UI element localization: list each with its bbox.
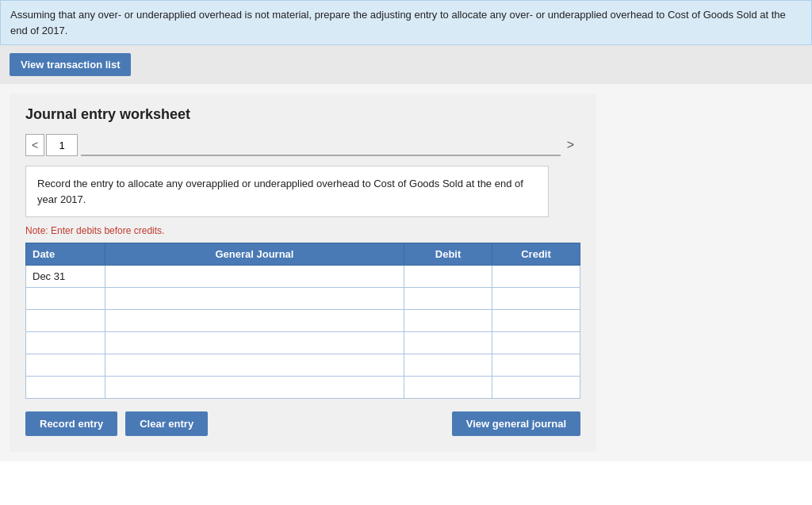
table-row: [26, 377, 580, 399]
general-journal-cell[interactable]: [105, 377, 404, 399]
general-journal-input[interactable]: [105, 354, 404, 376]
description-text: Record the entry to allocate any overapp…: [37, 178, 523, 205]
table-row: [26, 354, 580, 377]
general-journal-input[interactable]: [105, 310, 404, 331]
credit-input[interactable]: [492, 288, 580, 309]
credit-input[interactable]: [492, 354, 580, 376]
debit-input[interactable]: [404, 332, 492, 354]
general-journal-input[interactable]: [105, 266, 404, 287]
debit-input[interactable]: [404, 266, 492, 287]
date-cell: [26, 310, 105, 332]
table-row: [26, 332, 580, 354]
col-header-general-journal: General Journal: [105, 243, 404, 266]
date-cell: [26, 377, 105, 399]
credit-cell[interactable]: [492, 310, 580, 332]
credit-input[interactable]: [492, 310, 580, 331]
general-journal-input[interactable]: [105, 332, 404, 354]
debit-input[interactable]: [404, 310, 492, 331]
col-header-credit: Credit: [492, 243, 580, 266]
credit-cell[interactable]: [492, 354, 580, 377]
date-cell: Dec 31: [26, 266, 105, 288]
tab-line: [81, 134, 561, 156]
description-box: Record the entry to allocate any overapp…: [25, 166, 549, 217]
general-journal-cell[interactable]: [105, 266, 404, 288]
instruction-banner: Assuming that any over- or underapplied …: [0, 0, 812, 45]
debit-input[interactable]: [404, 354, 492, 376]
worksheet-title: Journal entry worksheet: [25, 106, 580, 123]
prev-page-button[interactable]: <: [25, 134, 44, 156]
credit-cell[interactable]: [492, 377, 580, 399]
debit-cell[interactable]: [404, 288, 492, 310]
table-row: Dec 31: [26, 266, 580, 288]
general-journal-cell[interactable]: [105, 332, 404, 354]
credit-cell[interactable]: [492, 288, 580, 310]
debit-cell[interactable]: [404, 266, 492, 288]
credit-input[interactable]: [492, 377, 580, 398]
note-text: Note: Enter debits before credits.: [25, 225, 580, 236]
date-cell: [26, 332, 105, 354]
credit-cell[interactable]: [492, 332, 580, 354]
table-row: [26, 288, 580, 310]
general-journal-cell[interactable]: [105, 310, 404, 332]
date-cell: [26, 354, 105, 377]
debit-cell[interactable]: [404, 310, 492, 332]
general-journal-cell[interactable]: [105, 288, 404, 310]
page-number: 1: [46, 134, 78, 156]
action-row: Record entry Clear entry View general jo…: [25, 411, 580, 436]
journal-table: Date General Journal Debit Credit Dec 31: [25, 243, 580, 399]
credit-input[interactable]: [492, 332, 580, 354]
worksheet-container: Journal entry worksheet < 1 > Record the…: [10, 94, 596, 452]
navigation-row: < 1 >: [25, 134, 580, 156]
date-cell: [26, 288, 105, 310]
credit-cell[interactable]: [492, 266, 580, 288]
col-header-date: Date: [26, 243, 105, 266]
debit-cell[interactable]: [404, 354, 492, 377]
credit-input[interactable]: [492, 266, 580, 287]
debit-cell[interactable]: [404, 377, 492, 399]
debit-input[interactable]: [404, 377, 492, 398]
general-journal-input[interactable]: [105, 288, 404, 309]
record-entry-button[interactable]: Record entry: [25, 411, 117, 436]
instruction-text: Assuming that any over- or underapplied …: [10, 9, 786, 36]
debit-cell[interactable]: [404, 332, 492, 354]
general-journal-input[interactable]: [105, 377, 404, 398]
top-bar: View transaction list: [0, 45, 812, 84]
table-row: [26, 310, 580, 332]
main-content: Journal entry worksheet < 1 > Record the…: [0, 84, 812, 461]
col-header-debit: Debit: [404, 243, 492, 266]
view-general-journal-button[interactable]: View general journal: [452, 411, 580, 436]
clear-entry-button[interactable]: Clear entry: [125, 411, 208, 436]
debit-input[interactable]: [404, 288, 492, 309]
view-transaction-button[interactable]: View transaction list: [10, 53, 131, 76]
general-journal-cell[interactable]: [105, 354, 404, 377]
next-page-button[interactable]: >: [561, 135, 580, 155]
